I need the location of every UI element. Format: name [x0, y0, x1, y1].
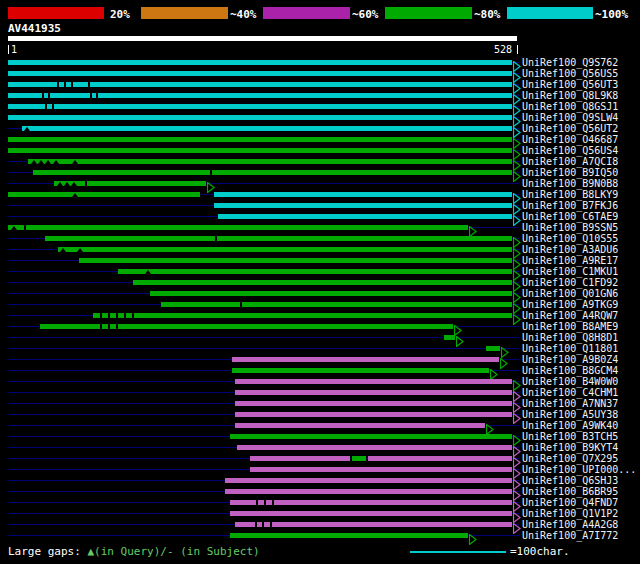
hit-label[interactable]: UniRef100_A4RQW7 — [522, 310, 618, 321]
hsp-segment[interactable] — [22, 126, 512, 131]
hit-label[interactable]: UniRef100_Q6SHJ3 — [522, 475, 618, 486]
gap-dash-mark — [272, 500, 274, 505]
hsp-segment[interactable] — [8, 115, 512, 120]
hit-label[interactable]: UniRef100_Q8H8D1 — [522, 332, 618, 343]
scale-segment-purple — [263, 7, 350, 19]
hsp-segment[interactable] — [79, 258, 512, 263]
hit-label[interactable]: UniRef100_A9WK40 — [522, 420, 618, 431]
hsp-segment[interactable] — [8, 93, 512, 98]
hit-label[interactable]: UniRef100_Q56UT2 — [522, 123, 618, 134]
hsp-segment[interactable] — [8, 71, 512, 76]
hsp-segment[interactable] — [235, 390, 512, 395]
hsp-arrow — [513, 464, 521, 475]
hit-label[interactable]: UniRef100_A7I772 — [522, 530, 618, 541]
hsp-segment[interactable] — [250, 467, 512, 472]
hsp-arrow — [513, 244, 521, 255]
hsp-segment[interactable] — [235, 401, 512, 406]
hsp-segment[interactable] — [8, 104, 512, 109]
hit-label[interactable]: UniRef100_C1MKU1 — [522, 266, 618, 277]
hit-label[interactable]: UniRef100_B9N0B8 — [522, 178, 618, 189]
hsp-segment[interactable] — [232, 368, 489, 373]
hit-label[interactable]: UniRef100_B9SSN5 — [522, 222, 618, 233]
hsp-segment[interactable] — [214, 203, 512, 208]
hsp-segment[interactable] — [214, 192, 512, 197]
hsp-segment[interactable] — [58, 247, 512, 252]
hsp-segment[interactable] — [8, 60, 512, 65]
hit-label[interactable]: UniRef100_A7NN37 — [522, 398, 618, 409]
hsp-segment[interactable] — [8, 82, 512, 87]
hsp-segment[interactable] — [45, 236, 512, 241]
hsp-segment[interactable] — [8, 137, 512, 142]
hit-label[interactable]: UniRef100_Q8L9K8 — [522, 90, 618, 101]
hit-label[interactable]: UniRef100_Q01GN6 — [522, 288, 618, 299]
hsp-segment[interactable] — [352, 456, 365, 461]
hit-label[interactable]: UniRef100_Q10S55 — [522, 233, 618, 244]
hsp-segment[interactable] — [28, 159, 512, 164]
hsp-segment[interactable] — [235, 412, 512, 417]
hsp-segment[interactable] — [237, 445, 512, 450]
hsp-segment[interactable] — [230, 511, 512, 516]
hsp-segment[interactable] — [230, 533, 468, 538]
hit-label[interactable]: UniRef100_A5UY38 — [522, 409, 618, 420]
hit-label[interactable]: UniRef100_Q56UT3 — [522, 79, 618, 90]
hsp-arrow — [513, 134, 521, 145]
hsp-segment[interactable] — [232, 357, 499, 362]
hit-label[interactable]: UniRef100_C1FD92 — [522, 277, 618, 288]
hit-label[interactable]: UniRef100_UPI000... — [522, 464, 636, 475]
gap-dash-mark — [116, 313, 118, 318]
hsp-segment[interactable] — [8, 192, 200, 197]
hit-label[interactable]: UniRef100_B6BR95 — [522, 486, 618, 497]
hit-label[interactable]: UniRef100_B8GCM4 — [522, 365, 618, 376]
hsp-segment[interactable] — [235, 423, 486, 428]
hit-label[interactable]: UniRef100_A9TKG9 — [522, 299, 618, 310]
gap-triangle-mark — [53, 160, 59, 164]
hit-label[interactable]: UniRef100_Q56US5 — [522, 68, 618, 79]
hsp-segment[interactable] — [8, 225, 468, 230]
hsp-segment[interactable] — [235, 379, 512, 384]
hsp-segment[interactable] — [250, 456, 350, 461]
hit-label[interactable]: UniRef100_A3ADU6 — [522, 244, 618, 255]
hsp-segment[interactable] — [93, 313, 512, 318]
hsp-segment[interactable] — [444, 335, 455, 340]
gap-triangle-mark — [31, 160, 37, 164]
hit-label[interactable]: UniRef100_Q9S762 — [522, 57, 618, 68]
hit-label[interactable]: UniRef100_B9KYT4 — [522, 442, 618, 453]
query-start-tick — [8, 45, 9, 54]
hit-label[interactable]: UniRef100_Q1V1P2 — [522, 508, 618, 519]
hsp-segment[interactable] — [33, 170, 512, 175]
hsp-segment[interactable] — [161, 302, 512, 307]
hit-label[interactable]: UniRef100_A9B0Z4 — [522, 354, 618, 365]
hit-label[interactable]: UniRef100_C4CHM1 — [522, 387, 618, 398]
hit-label[interactable]: UniRef100_Q7X295 — [522, 453, 618, 464]
hit-label[interactable]: UniRef100_C6TAE9 — [522, 211, 618, 222]
hsp-segment[interactable] — [150, 291, 512, 296]
hit-label[interactable]: UniRef100_B8LKY9 — [522, 189, 618, 200]
hsp-segment[interactable] — [8, 148, 512, 153]
hsp-arrow — [513, 167, 521, 178]
hit-label[interactable]: UniRef100_B3TCH5 — [522, 431, 618, 442]
hit-label[interactable]: UniRef100_B8AME9 — [522, 321, 618, 332]
hsp-segment[interactable] — [118, 269, 512, 274]
hit-label[interactable]: UniRef100_A4A2G8 — [522, 519, 618, 530]
hsp-segment[interactable] — [225, 478, 512, 483]
hit-label[interactable]: UniRef100_Q56US4 — [522, 145, 618, 156]
hit-label[interactable]: UniRef100_B9IQ50 — [522, 167, 618, 178]
hit-label[interactable]: UniRef100_B4W0W0 — [522, 376, 618, 387]
hit-label[interactable]: UniRef100_Q8GSJ1 — [522, 101, 618, 112]
hsp-segment[interactable] — [235, 522, 512, 527]
hit-label[interactable]: UniRef100_A7QCI8 — [522, 156, 618, 167]
hit-label[interactable]: UniRef100_Q11801 — [522, 343, 618, 354]
hsp-segment[interactable] — [230, 434, 512, 439]
hit-label[interactable]: UniRef100_Q4FND7 — [522, 497, 618, 508]
hsp-segment[interactable] — [133, 280, 512, 285]
hsp-arrow — [513, 266, 521, 277]
hsp-segment[interactable] — [368, 456, 512, 461]
hsp-segment[interactable] — [225, 489, 512, 494]
hit-label[interactable]: UniRef100_A9RE17 — [522, 255, 618, 266]
hit-label[interactable]: UniRef100_Q9SLW4 — [522, 112, 618, 123]
hit-label[interactable]: UniRef100_B7FKJ6 — [522, 200, 618, 211]
hit-label[interactable]: UniRef100_O46687 — [522, 134, 618, 145]
hsp-segment[interactable] — [218, 214, 512, 219]
hsp-segment[interactable] — [486, 346, 499, 351]
alignment-row: UniRef100_Q4FND7 — [0, 497, 640, 508]
